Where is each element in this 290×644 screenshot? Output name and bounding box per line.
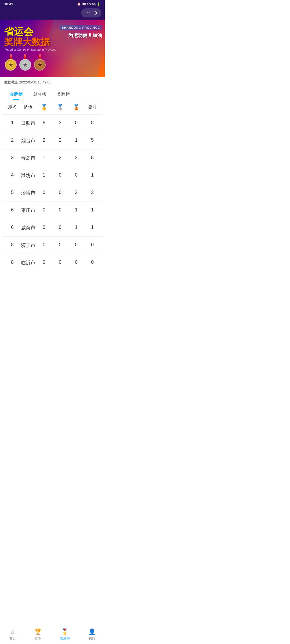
row-silver: 0 xyxy=(52,225,68,231)
camera-icon: ⊙ xyxy=(93,10,97,16)
row-team: 威海市 xyxy=(20,225,36,231)
bronze-medal: ★ xyxy=(33,54,46,71)
row-bronze: 0 xyxy=(68,259,84,266)
status-time: 10:42 xyxy=(4,2,13,6)
row-total: 1 xyxy=(84,225,100,231)
row-rank: 5 xyxy=(4,190,20,196)
banner-right: SHANDONG PROVINCE 为运动健儿加油 xyxy=(60,25,102,39)
tabs-container: 金牌榜 总分榜 奖牌榜 xyxy=(0,87,105,100)
table-row: 6 枣庄市 0 0 1 1 xyxy=(2,202,103,219)
row-gold: 0 xyxy=(36,242,52,248)
row-team: 潍坊市 xyxy=(20,172,36,179)
banner-subtitle: The 25th Games of Shandong Province xyxy=(4,48,100,51)
tab-gold[interactable]: 金牌榜 xyxy=(4,90,28,100)
header-rank: 排名 xyxy=(4,104,20,111)
row-bronze: 1 xyxy=(68,225,84,231)
row-silver: 0 xyxy=(52,207,68,214)
row-total: 5 xyxy=(84,155,100,161)
row-team: 日照市 xyxy=(20,120,36,126)
top-action-bar: ··· ⊙ xyxy=(0,7,105,20)
header-team: 队伍 xyxy=(20,104,36,111)
row-team: 烟台市 xyxy=(20,137,36,144)
row-rank: 4 xyxy=(4,172,20,179)
data-timestamp: 数据截止:2022/05/31 10:42:05 xyxy=(0,77,105,87)
row-silver: 0 xyxy=(52,190,68,196)
row-bronze: 0 xyxy=(68,120,84,126)
row-team: 济宁市 xyxy=(20,242,36,248)
tab-medals[interactable]: 奖牌榜 xyxy=(52,90,75,100)
row-gold: 0 xyxy=(36,225,52,231)
header-total: 总计 xyxy=(84,104,100,111)
table-row: 8 济宁市 0 0 0 0 xyxy=(2,236,103,254)
header-bronze: 🥉 xyxy=(68,104,84,111)
dots-icon: ··· xyxy=(85,10,90,15)
silver-medal-icon: 🥈 xyxy=(57,104,64,111)
row-silver: 0 xyxy=(52,259,68,266)
row-total: 1 xyxy=(84,207,100,214)
row-silver: 3 xyxy=(52,120,68,126)
row-rank: 6 xyxy=(4,225,20,231)
row-gold: 0 xyxy=(36,259,52,266)
medal-table: 排名 队伍 🥇 🥈 🥉 总计 1 日照市 5 3 0 8 2 烟台市 2 2 1… xyxy=(0,100,105,271)
row-rank: 6 xyxy=(4,207,20,214)
table-row: 8 临沂市 0 0 0 0 xyxy=(2,254,103,271)
row-total: 1 xyxy=(84,172,100,179)
row-total: 5 xyxy=(84,137,100,144)
row-total: 0 xyxy=(84,259,100,266)
row-bronze: 1 xyxy=(68,207,84,214)
row-bronze: 2 xyxy=(68,155,84,161)
table-row: 6 威海市 0 0 1 1 xyxy=(2,219,103,236)
row-gold: 2 xyxy=(36,137,52,144)
header-gold: 🥇 xyxy=(36,104,52,111)
row-team: 枣庄市 xyxy=(20,207,36,214)
table-rows: 1 日照市 5 3 0 8 2 烟台市 2 2 1 5 3 青岛市 1 2 2 … xyxy=(2,114,103,271)
table-row: 4 潍坊市 1 0 0 1 xyxy=(2,167,103,184)
row-team: 淄博市 xyxy=(20,190,36,196)
status-bar: 10:42 ⏰ HD 5G 4G 🔋 xyxy=(0,0,105,7)
row-silver: 2 xyxy=(52,137,68,144)
status-icons: ⏰ HD 5G 4G 🔋 xyxy=(77,2,100,6)
row-rank: 8 xyxy=(4,259,20,266)
header-silver: 🥈 xyxy=(52,104,68,111)
row-bronze: 0 xyxy=(68,172,84,179)
gold-medal: ★ xyxy=(4,54,17,71)
silver-medal: ★ xyxy=(19,54,32,71)
row-gold: 5 xyxy=(36,120,52,126)
table-row: 2 烟台市 2 2 1 5 xyxy=(2,132,103,149)
row-gold: 1 xyxy=(36,155,52,161)
row-bronze: 1 xyxy=(68,137,84,144)
action-button[interactable]: ··· ⊙ xyxy=(81,8,102,17)
table-row: 5 淄博市 0 0 3 3 xyxy=(2,184,103,202)
bronze-medal-icon: 🥉 xyxy=(73,104,80,111)
row-bronze: 3 xyxy=(68,190,84,196)
row-silver: 0 xyxy=(52,172,68,179)
shandong-text: SHANDONG PROVINCE xyxy=(60,25,102,30)
row-rank: 1 xyxy=(4,120,20,126)
gold-medal-icon: 🥇 xyxy=(41,104,48,111)
row-gold: 0 xyxy=(36,190,52,196)
row-gold: 1 xyxy=(36,172,52,179)
row-bronze: 0 xyxy=(68,242,84,248)
row-total: 0 xyxy=(84,242,100,248)
row-silver: 2 xyxy=(52,155,68,161)
row-rank: 8 xyxy=(4,242,20,248)
row-rank: 3 xyxy=(4,155,20,161)
row-silver: 0 xyxy=(52,242,68,248)
row-total: 8 xyxy=(84,120,100,126)
banner-medals: ★ ★ ★ xyxy=(4,54,100,71)
row-team: 青岛市 xyxy=(20,155,36,161)
table-row: 3 青岛市 1 2 2 5 xyxy=(2,149,103,167)
row-team: 临沂市 xyxy=(20,259,36,266)
banner-slogan: 为运动健儿加油 xyxy=(60,32,102,39)
row-gold: 0 xyxy=(36,207,52,214)
table-header: 排名 队伍 🥇 🥈 🥉 总计 xyxy=(2,100,103,114)
row-rank: 2 xyxy=(4,137,20,144)
row-total: 3 xyxy=(84,190,100,196)
tab-totalscore[interactable]: 总分榜 xyxy=(28,90,52,100)
table-row: 1 日照市 5 3 0 8 xyxy=(2,114,103,132)
banner: 省运会 奖牌大数据 The 25th Games of Shandong Pro… xyxy=(0,20,105,77)
